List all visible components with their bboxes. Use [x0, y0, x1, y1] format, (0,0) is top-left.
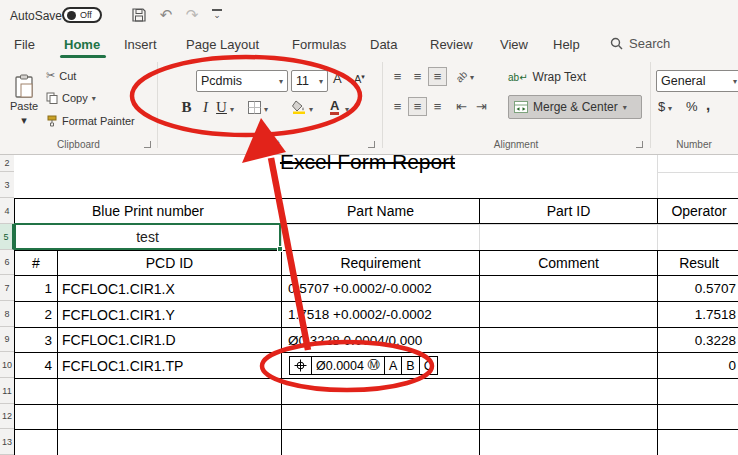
- italic-button[interactable]: I: [198, 99, 213, 116]
- cell-row-num[interactable]: 1: [15, 276, 58, 302]
- cell-empty[interactable]: [480, 430, 658, 455]
- font-name-combo[interactable]: Pcdmis ▾: [196, 70, 288, 92]
- cell-comment[interactable]: [480, 302, 658, 328]
- row-header-13[interactable]: 13: [0, 429, 14, 455]
- cell-comment[interactable]: [480, 276, 658, 302]
- grow-font-button[interactable]: A▴: [333, 71, 345, 86]
- alignment-dialog-launcher-icon[interactable]: [636, 141, 643, 148]
- align-middle-button[interactable]: ≡: [408, 67, 427, 86]
- row-header-3[interactable]: 3: [0, 172, 14, 198]
- cell-empty[interactable]: [282, 430, 480, 455]
- font-color-dropdown-icon[interactable]: ▾: [345, 105, 349, 114]
- cell-result[interactable]: 1.7518: [658, 302, 738, 328]
- comma-format-button[interactable]: ,: [706, 96, 710, 113]
- fill-handle[interactable]: [277, 246, 283, 252]
- align-right-button[interactable]: ≡: [428, 97, 447, 116]
- col-header-num[interactable]: #: [15, 251, 58, 276]
- borders-button[interactable]: [248, 100, 261, 118]
- fill-color-button[interactable]: [292, 99, 306, 118]
- wrap-text-button[interactable]: ab↵ Wrap Text: [508, 66, 586, 88]
- cell-empty[interactable]: [15, 430, 58, 455]
- cell-part-id-header[interactable]: Part ID: [480, 199, 658, 224]
- col-header-result[interactable]: Result: [658, 251, 738, 276]
- format-painter-button[interactable]: Format Painter: [46, 115, 135, 127]
- fill-color-dropdown-icon[interactable]: ▾: [309, 105, 313, 114]
- cell-empty[interactable]: [15, 379, 58, 405]
- cell-requirement[interactable]: 0.5707 +0.0002/-0.0002: [282, 276, 480, 302]
- cell-comment[interactable]: [480, 353, 658, 379]
- cell-operator-header[interactable]: Operator: [658, 199, 738, 224]
- cell-empty[interactable]: [480, 379, 658, 405]
- cell-empty[interactable]: [282, 379, 480, 405]
- row-header-4[interactable]: 4: [0, 198, 14, 224]
- cell-row-num[interactable]: 3: [15, 328, 58, 353]
- tab-home[interactable]: Home: [64, 37, 100, 52]
- tab-data[interactable]: Data: [370, 37, 397, 52]
- cell-pcd-id[interactable]: FCFLOC1.CIR1.D: [58, 328, 282, 353]
- cell-requirement[interactable]: Ø0.3228 0.0004/0.000: [282, 328, 480, 353]
- redo-icon[interactable]: ↷: [182, 6, 202, 24]
- save-icon[interactable]: [131, 7, 147, 27]
- cell-pcd-id[interactable]: FCFLOC1.CIR1.X: [58, 276, 282, 302]
- row-header-10[interactable]: 10: [0, 352, 14, 378]
- number-format-combo[interactable]: General ▾: [656, 70, 738, 92]
- cell-pcd-id[interactable]: FCFLOC1.CIR1.TP: [58, 353, 282, 379]
- col-header-comment[interactable]: Comment: [480, 251, 658, 276]
- tab-page-layout[interactable]: Page Layout: [186, 37, 259, 52]
- selected-cell-blueprint-value[interactable]: test: [14, 223, 281, 250]
- currency-format-button[interactable]: $: [658, 99, 665, 114]
- cell-empty[interactable]: [480, 405, 658, 430]
- row-header-2[interactable]: 2: [0, 155, 14, 172]
- cell-empty[interactable]: [658, 405, 738, 430]
- cell-empty[interactable]: [15, 405, 58, 430]
- row-header-11[interactable]: 11: [0, 378, 14, 404]
- copy-button[interactable]: Copy ▾: [46, 92, 96, 104]
- cell-row-num[interactable]: 2: [15, 302, 58, 328]
- cell-result[interactable]: 0: [658, 353, 738, 379]
- cell-result[interactable]: 0.3228: [658, 328, 738, 353]
- cell-part-name-header[interactable]: Part Name: [282, 199, 480, 224]
- bold-button[interactable]: B: [179, 99, 194, 116]
- orientation-dropdown-icon[interactable]: ▾: [470, 73, 474, 82]
- row-header-6[interactable]: 6: [0, 250, 14, 275]
- currency-dropdown-icon[interactable]: ▾: [668, 104, 672, 113]
- tab-formulas[interactable]: Formulas: [292, 37, 346, 52]
- row-header-12[interactable]: 12: [0, 404, 14, 429]
- undo-icon[interactable]: ↶: [156, 6, 176, 24]
- orientation-button[interactable]: ab: [452, 67, 471, 86]
- cell-comment[interactable]: [480, 328, 658, 353]
- tab-insert[interactable]: Insert: [124, 37, 157, 52]
- cell-pcd-id[interactable]: FCFLOC1.CIR1.Y: [58, 302, 282, 328]
- align-left-button[interactable]: ≡: [388, 97, 407, 116]
- merge-center-button[interactable]: Merge & Center ▾: [508, 95, 642, 119]
- col-header-requirement[interactable]: Requirement: [282, 251, 480, 276]
- increase-indent-button[interactable]: ⇥: [472, 97, 491, 116]
- paste-button[interactable]: Paste ▾: [6, 61, 42, 139]
- row-header-9[interactable]: 9: [0, 327, 14, 352]
- row-header-8[interactable]: 8: [0, 301, 14, 327]
- align-top-button[interactable]: ≡: [388, 67, 407, 86]
- underline-dropdown-icon[interactable]: ▾: [230, 105, 234, 114]
- cell-empty[interactable]: [282, 405, 480, 430]
- shrink-font-button[interactable]: A▾: [354, 73, 365, 85]
- autosave-toggle[interactable]: Off: [62, 7, 102, 23]
- cell-empty[interactable]: [58, 405, 282, 430]
- customize-quick-access-icon[interactable]: ⌄: [212, 9, 222, 20]
- report-title[interactable]: Excel Form Report: [225, 155, 510, 174]
- align-center-button[interactable]: ≡: [408, 97, 427, 116]
- row-header-7[interactable]: 7: [0, 275, 14, 301]
- cell-empty[interactable]: [58, 430, 282, 455]
- cell-result[interactable]: 0.5707: [658, 276, 738, 302]
- cut-button[interactable]: ✂ Cut: [46, 69, 76, 82]
- tab-review[interactable]: Review: [430, 37, 473, 52]
- font-color-button[interactable]: A: [330, 99, 339, 115]
- cell-blueprint-header[interactable]: Blue Print number: [15, 199, 282, 224]
- col-header-pcd-id[interactable]: PCD ID: [58, 251, 282, 276]
- percent-format-button[interactable]: %: [686, 99, 698, 114]
- cell-empty[interactable]: [658, 430, 738, 455]
- cell-empty[interactable]: [658, 379, 738, 405]
- cell-requirement[interactable]: 1.7518 +0.0002/-0.0002: [282, 302, 480, 328]
- tab-help[interactable]: Help: [553, 37, 580, 52]
- clipboard-dialog-launcher-icon[interactable]: [144, 141, 151, 148]
- tab-file[interactable]: File: [14, 37, 35, 52]
